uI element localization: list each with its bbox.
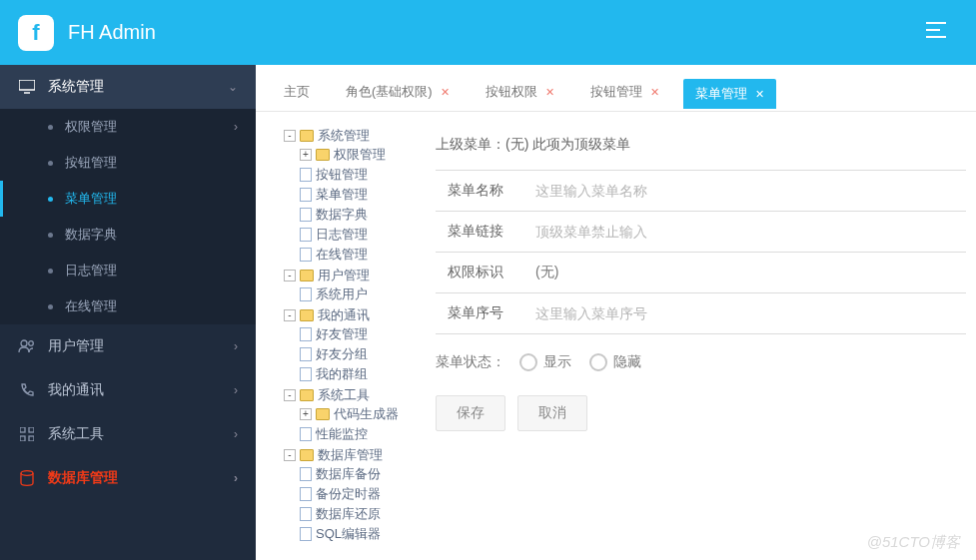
plus-icon[interactable]: + <box>300 408 312 420</box>
sidebar-sub-online[interactable]: 在线管理 <box>0 288 256 324</box>
field-menu-link: 菜单链接 <box>436 211 966 253</box>
tree-node-label: 性能监控 <box>316 425 368 443</box>
tree-node-label: 在线管理 <box>316 246 368 264</box>
input-menu-order[interactable] <box>523 293 966 333</box>
tree-node[interactable]: 我的群组 <box>300 365 418 383</box>
tree-node-label: 代码生成器 <box>334 405 399 423</box>
close-icon[interactable]: ✕ <box>545 86 554 98</box>
tree-node-label: 权限管理 <box>334 146 386 164</box>
close-icon[interactable]: ✕ <box>650 86 659 98</box>
radio-hide[interactable]: 隐藏 <box>589 353 641 371</box>
tree-node-label: 数据库管理 <box>318 446 383 464</box>
sidebar-sub-permission[interactable]: 权限管理› <box>0 109 256 145</box>
logo-badge: f <box>18 15 54 51</box>
input-menu-link[interactable] <box>523 212 966 252</box>
sidebar-sub-menu[interactable]: 菜单管理 <box>0 181 256 217</box>
file-icon <box>300 527 312 541</box>
sidebar-submenu-system: 权限管理› 按钮管理 菜单管理 数据字典 日志管理 在线管理 <box>0 109 256 324</box>
tree-node[interactable]: 好友管理 <box>300 325 418 343</box>
tree-node-label: 好友管理 <box>316 325 368 343</box>
sidebar-sub-button[interactable]: 按钮管理 <box>0 145 256 181</box>
tab-home[interactable]: 主页 <box>272 77 322 111</box>
minus-icon[interactable]: - <box>284 270 296 281</box>
tab-bar: 主页 角色(基础权限)✕ 按钮权限✕ 按钮管理✕ 菜单管理✕ <box>256 65 976 112</box>
tree-node[interactable]: +代码生成器 <box>300 405 418 423</box>
file-icon <box>300 487 312 501</box>
dot-icon <box>48 161 53 166</box>
tree-node-label: 系统管理 <box>318 127 370 145</box>
sidebar-item-database[interactable]: 数据库管理 › <box>0 456 256 500</box>
tree-node[interactable]: 数据库备份 <box>300 465 418 483</box>
tree-node[interactable]: -系统管理 <box>284 127 418 145</box>
sidebar-sub-dict[interactable]: 数据字典 <box>0 217 256 253</box>
tree-node[interactable]: 日志管理 <box>300 226 418 244</box>
svg-rect-5 <box>20 436 25 441</box>
parent-menu-row: 上级菜单：(无) 此项为顶级菜单 <box>436 136 966 154</box>
tab-btnperm[interactable]: 按钮权限✕ <box>474 77 566 111</box>
minus-icon[interactable]: - <box>284 449 296 461</box>
input-menu-name[interactable] <box>523 171 966 211</box>
tree-node[interactable]: -系统工具 <box>284 386 418 404</box>
tree-node-label: 系统用户 <box>316 285 368 303</box>
file-icon <box>300 427 312 441</box>
radio-icon <box>589 353 607 371</box>
cancel-button[interactable]: 取消 <box>517 395 587 431</box>
tree-node[interactable]: 好友分组 <box>300 345 418 363</box>
sidebar-sub-log[interactable]: 日志管理 <box>0 253 256 288</box>
tree-node[interactable]: -数据库管理 <box>284 446 418 464</box>
sidebar-item-tools[interactable]: 系统工具 › <box>0 412 256 456</box>
tree-node[interactable]: 数据字典 <box>300 206 418 224</box>
sidebar-item-comm[interactable]: 我的通讯 › <box>0 368 256 412</box>
minus-icon[interactable]: - <box>284 130 296 142</box>
tab-role[interactable]: 角色(基础权限)✕ <box>334 77 462 111</box>
chevron-right-icon: › <box>234 120 238 134</box>
status-label: 菜单状态： <box>436 353 505 371</box>
file-icon <box>300 347 312 361</box>
file-icon <box>300 367 312 381</box>
sidebar-item-system[interactable]: 系统管理 ⌄ <box>0 65 256 109</box>
tab-btnmgmt[interactable]: 按钮管理✕ <box>578 77 671 111</box>
tree-node[interactable]: SQL编辑器 <box>300 525 418 543</box>
dot-icon <box>48 197 53 202</box>
logo-letter: f <box>32 22 39 44</box>
dot-icon <box>48 125 53 130</box>
close-icon[interactable]: ✕ <box>755 88 764 100</box>
tree-node[interactable]: +权限管理 <box>300 146 418 164</box>
file-icon <box>300 327 312 341</box>
tree-node[interactable]: 数据库还原 <box>300 505 418 523</box>
menu-tree: -系统管理+权限管理按钮管理菜单管理数据字典日志管理在线管理-用户管理系统用户-… <box>256 112 426 560</box>
close-icon[interactable]: ✕ <box>441 86 450 98</box>
sidebar-item-label: 系统工具 <box>48 425 104 443</box>
tree-node[interactable]: 按钮管理 <box>300 166 418 184</box>
tree-node-label: 按钮管理 <box>316 166 368 184</box>
users-icon <box>18 337 36 355</box>
minus-icon[interactable]: - <box>284 389 296 401</box>
sidebar: 系统管理 ⌄ 权限管理› 按钮管理 菜单管理 数据字典 日志管理 在线管理 用户… <box>0 65 256 560</box>
brand-title: FH Admin <box>68 21 926 44</box>
plus-icon[interactable]: + <box>300 149 312 161</box>
tree-node[interactable]: 系统用户 <box>300 285 418 303</box>
folder-icon <box>300 309 314 321</box>
tree-node[interactable]: 备份定时器 <box>300 485 418 503</box>
tree-node[interactable]: 性能监控 <box>300 425 418 443</box>
chevron-right-icon: › <box>234 383 238 397</box>
field-menu-name: 菜单名称 <box>436 170 966 212</box>
sidebar-item-users[interactable]: 用户管理 › <box>0 324 256 368</box>
tree-node-label: 系统工具 <box>318 386 370 404</box>
folder-icon <box>300 389 314 401</box>
radio-show[interactable]: 显示 <box>519 353 571 371</box>
tree-node[interactable]: -我的通讯 <box>284 306 418 324</box>
tree-node[interactable]: 在线管理 <box>300 246 418 264</box>
menu-toggle-icon[interactable] <box>926 22 946 43</box>
tab-menumgmt[interactable]: 菜单管理✕ <box>683 79 776 109</box>
monitor-icon <box>18 78 36 96</box>
database-icon <box>18 469 36 487</box>
svg-rect-3 <box>20 427 25 432</box>
sidebar-item-label: 用户管理 <box>48 337 104 355</box>
tree-node[interactable]: 菜单管理 <box>300 186 418 204</box>
save-button[interactable]: 保存 <box>436 395 505 431</box>
minus-icon[interactable]: - <box>284 309 296 321</box>
main-area: 主页 角色(基础权限)✕ 按钮权限✕ 按钮管理✕ 菜单管理✕ -系统管理+权限管… <box>256 65 976 560</box>
file-icon <box>300 188 312 202</box>
tree-node[interactable]: -用户管理 <box>284 267 418 284</box>
